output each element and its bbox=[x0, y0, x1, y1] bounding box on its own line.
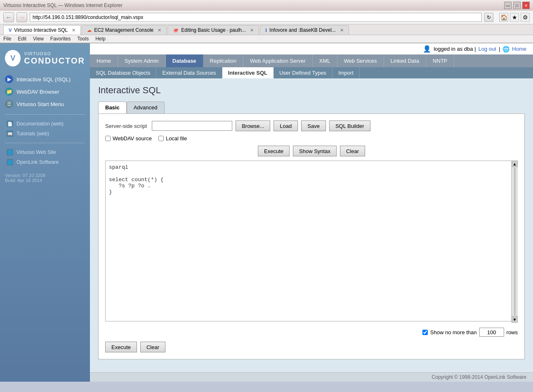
tab-favicon-1: ☁ bbox=[87, 28, 92, 33]
show-rows-checkbox[interactable] bbox=[422, 330, 428, 335]
sidebar-item-startmenu[interactable]: ☰ Virtuoso Start Menu bbox=[0, 98, 90, 110]
sidebar-item-openlink[interactable]: 🌐 OpenLink Software bbox=[0, 157, 90, 167]
nav-tab2-externaldatasrc[interactable]: External Data Sources bbox=[156, 67, 222, 78]
browse-button[interactable]: Browse... bbox=[236, 120, 270, 131]
browser-tab-1[interactable]: ☁ EC2 Management Console ✕ bbox=[82, 25, 167, 35]
menu-help[interactable]: Help bbox=[95, 36, 106, 42]
webdav-checkbox[interactable] bbox=[105, 136, 111, 141]
nav-tab-database[interactable]: Database bbox=[166, 54, 203, 67]
nav-tab2-userdefinedtypes[interactable]: User Defined Types bbox=[274, 67, 333, 78]
logo-conductor: CONDUCTOR bbox=[24, 56, 85, 66]
localfile-checkbox-label[interactable]: Local file bbox=[158, 135, 187, 142]
sidebar-external-section: 🌐 Virtuoso Web Site 🌐 OpenLink Software bbox=[0, 146, 90, 169]
sidebar-item-virtuoso-site[interactable]: 🌐 Virtuoso Web Site bbox=[0, 147, 90, 157]
logo-text: VIRTUOSO CONDUCTOR bbox=[24, 51, 85, 66]
docs-icon: 📄 bbox=[7, 120, 13, 127]
menu-tools[interactable]: Tools bbox=[77, 36, 89, 42]
browser-tab-label-2: Editing Basic Usage · paulh... bbox=[181, 27, 246, 33]
webdav-checkbox-label[interactable]: WebDAV source bbox=[105, 135, 152, 142]
menu-view[interactable]: View bbox=[33, 36, 44, 42]
virtuoso-site-icon: 🌐 bbox=[7, 149, 13, 156]
tools-icon[interactable]: ⚙ bbox=[521, 13, 530, 22]
tab-close-0[interactable]: ✕ bbox=[72, 28, 75, 33]
back-button[interactable]: ← bbox=[3, 12, 14, 22]
sidebar-item-tutorials[interactable]: 📖 Tutorials (web) bbox=[0, 129, 90, 139]
version-text: Version: 07.10.3208 bbox=[5, 173, 85, 178]
scrollbar-up-arrow[interactable]: ▲ bbox=[512, 161, 518, 167]
nav-tab-webappserver[interactable]: Web Application Server bbox=[243, 54, 313, 67]
sidebar-item-openlink-label: OpenLink Software bbox=[17, 159, 59, 165]
load-button[interactable]: Load bbox=[274, 120, 298, 131]
browser-tab-3[interactable]: ℹ Infovore and :BaseKB Devel... ✕ bbox=[260, 25, 349, 35]
user-bar: 👤 logged in as dba | Log out | 🌐 Home bbox=[90, 43, 533, 54]
logged-in-text: logged in as dba | bbox=[434, 46, 476, 52]
show-syntax-button[interactable]: Show Syntax bbox=[293, 146, 337, 156]
sql-builder-button[interactable]: SQL Builder bbox=[329, 120, 370, 131]
rows-input[interactable] bbox=[479, 328, 504, 337]
tab-close-3[interactable]: ✕ bbox=[340, 28, 344, 33]
forward-button[interactable]: → bbox=[17, 12, 27, 22]
sidebar-item-startmenu-label: Virtuoso Start Menu bbox=[17, 101, 64, 107]
sidebar-item-docs-label: Documentation (web) bbox=[17, 121, 64, 127]
nav-tab-sysadmin[interactable]: System Admin bbox=[118, 54, 166, 67]
sidebar: V VIRTUOSO CONDUCTOR ▶ Interactive SQL (… bbox=[0, 43, 90, 382]
scrollbar-down-arrow[interactable]: ▼ bbox=[512, 316, 518, 323]
nav-tab-nntp[interactable]: NNTP bbox=[426, 54, 454, 67]
nav-tab-linkeddata[interactable]: Linked Data bbox=[384, 54, 426, 67]
execute-button-bottom[interactable]: Execute bbox=[105, 342, 137, 352]
user-icon: 👤 bbox=[423, 45, 431, 53]
nav-tab-home[interactable]: Home bbox=[90, 54, 118, 67]
clear-button-top[interactable]: Clear bbox=[340, 146, 365, 156]
sidebar-links-section: 📄 Documentation (web) 📖 Tutorials (web) bbox=[0, 117, 90, 140]
main-content: 👤 logged in as dba | Log out | 🌐 Home Ho… bbox=[90, 43, 533, 382]
webdav-label: WebDAV source bbox=[113, 135, 152, 142]
tab-close-1[interactable]: ✕ bbox=[158, 28, 161, 33]
menu-file[interactable]: File bbox=[3, 36, 11, 42]
menu-edit[interactable]: Edit bbox=[18, 36, 26, 42]
logo-virtuoso: VIRTUOSO bbox=[24, 51, 85, 56]
home-icon[interactable]: 🏠 bbox=[499, 13, 508, 22]
close-button[interactable]: ✕ bbox=[522, 2, 530, 9]
tutorials-icon: 📖 bbox=[7, 130, 13, 137]
nav-tab-replication[interactable]: Replication bbox=[203, 54, 243, 67]
address-input[interactable] bbox=[30, 13, 482, 22]
page-title: Interactive SQL bbox=[98, 85, 525, 96]
browser-tab-label-0: Virtuoso Interactive SQL bbox=[14, 27, 68, 33]
execute-button-top[interactable]: Execute bbox=[258, 146, 290, 156]
nav-tab2-import[interactable]: Import bbox=[333, 67, 360, 78]
sidebar-item-tutorials-label: Tutorials (web) bbox=[17, 131, 49, 137]
minimize-button[interactable]: — bbox=[504, 2, 512, 9]
localfile-checkbox[interactable] bbox=[158, 136, 164, 141]
sidebar-item-isql[interactable]: ▶ Interactive SQL (ISQL) bbox=[0, 73, 90, 85]
scrollbar-thumb[interactable] bbox=[514, 168, 515, 315]
tab-close-2[interactable]: ✕ bbox=[250, 28, 254, 33]
browser-tab-label-3: Infovore and :BaseKB Devel... bbox=[269, 27, 336, 33]
home-link[interactable]: Home bbox=[512, 46, 526, 52]
browser-tab-0[interactable]: V Virtuoso Interactive SQL ✕ bbox=[3, 25, 81, 35]
editor-scrollbar: ▲ ▼ bbox=[511, 161, 518, 323]
checkbox-row: WebDAV source Local file bbox=[105, 135, 518, 142]
sidebar-main-section: ▶ Interactive SQL (ISQL) 📁 WebDAV Browse… bbox=[0, 71, 90, 112]
nav-row-2: SQL Database Objects External Data Sourc… bbox=[90, 67, 533, 78]
nav-tab-xml[interactable]: XML bbox=[313, 54, 337, 67]
sidebar-item-webdav[interactable]: 📁 WebDAV Browser bbox=[0, 85, 90, 98]
sql-tab-basic[interactable]: Basic bbox=[98, 102, 127, 113]
refresh-button[interactable]: ↻ bbox=[484, 13, 493, 22]
star-icon[interactable]: ★ bbox=[510, 13, 519, 22]
logout-link[interactable]: Log out bbox=[479, 46, 496, 52]
nav-tab2-interactivesql[interactable]: Interactive SQL bbox=[222, 67, 274, 78]
nav-tab2-sqldbobj[interactable]: SQL Database Objects bbox=[90, 67, 156, 78]
sql-editor[interactable] bbox=[105, 161, 518, 321]
maximize-button[interactable]: □ bbox=[513, 2, 521, 9]
browser-tab-2[interactable]: 🐙 Editing Basic Usage · paulh... ✕ bbox=[167, 25, 259, 35]
menu-favorites[interactable]: Favorites bbox=[50, 36, 71, 42]
sql-tab-advanced[interactable]: Advanced bbox=[127, 102, 165, 113]
sidebar-item-docs[interactable]: 📄 Documentation (web) bbox=[0, 119, 90, 129]
isql-icon: ▶ bbox=[5, 75, 13, 83]
script-input[interactable] bbox=[152, 121, 232, 131]
clear-button-bottom[interactable]: Clear bbox=[140, 342, 165, 352]
nav-tab-webservices[interactable]: Web Services bbox=[337, 54, 384, 67]
home-globe-icon: 🌐 bbox=[502, 46, 509, 52]
sql-tab-bar: Basic Advanced bbox=[98, 102, 525, 113]
save-button[interactable]: Save bbox=[301, 120, 326, 131]
